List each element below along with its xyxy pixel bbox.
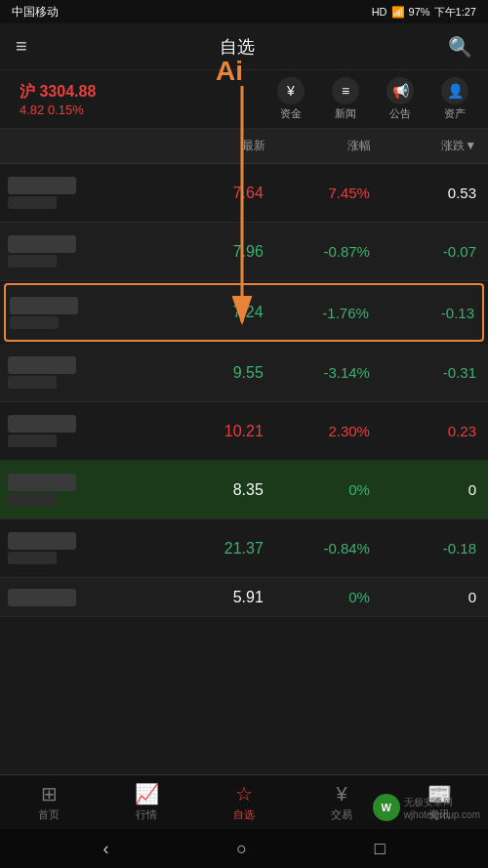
icon-buttons: ¥ 资金 ≡ 新闻 📢 公告 👤 资产 bbox=[277, 77, 468, 121]
stock-change-val: 0.53 bbox=[370, 185, 480, 201]
col-header-latest: 最新 bbox=[159, 138, 264, 154]
assets-label: 资产 bbox=[444, 106, 466, 121]
nav-watchlist[interactable]: ☆ 自选 bbox=[195, 776, 293, 828]
stock-name-placeholder bbox=[8, 415, 76, 433]
status-right: HD 📶 97% 下午1:27 bbox=[372, 5, 476, 20]
table-row[interactable]: 7.64 7.45% 0.53 bbox=[0, 164, 488, 223]
stock-latest: 21.37 bbox=[157, 540, 264, 558]
nav-home-label: 首页 bbox=[38, 807, 60, 822]
announce-label: 公告 bbox=[389, 106, 411, 121]
stock-name-placeholder bbox=[8, 235, 76, 253]
news-button[interactable]: ≡ 新闻 bbox=[332, 77, 359, 121]
stock-name-col bbox=[8, 589, 157, 606]
stock-name-col bbox=[8, 356, 157, 389]
stock-code-placeholder bbox=[10, 316, 59, 329]
stock-name-placeholder bbox=[8, 589, 76, 606]
nav-watchlist-label: 自选 bbox=[233, 807, 255, 822]
stock-change-pct: 0% bbox=[264, 589, 370, 605]
trade-icon: ¥ bbox=[336, 783, 346, 806]
stock-change-pct: -1.76% bbox=[264, 305, 369, 321]
app-header: ≡ 自选 🔍 bbox=[0, 23, 488, 70]
stock-code-placeholder bbox=[8, 552, 57, 564]
table-row-highlighted[interactable]: 7.24 -1.76% -0.13 bbox=[4, 283, 484, 342]
funds-label: 资金 bbox=[280, 106, 302, 121]
table-row[interactable]: 8.35 0% 0 bbox=[0, 461, 488, 519]
stock-latest: 9.55 bbox=[157, 364, 264, 382]
nav-market-label: 行情 bbox=[136, 807, 157, 822]
stock-name-col bbox=[10, 297, 157, 329]
stock-code-placeholder bbox=[8, 434, 57, 447]
search-icon[interactable]: 🔍 bbox=[448, 35, 472, 59]
stock-name-col bbox=[8, 532, 157, 564]
table-row[interactable]: 10.21 2.30% 0.23 bbox=[0, 402, 488, 461]
nav-home[interactable]: ⊞ 首页 bbox=[0, 776, 98, 828]
stock-change-val: -0.07 bbox=[370, 243, 480, 260]
stock-latest: 10.21 bbox=[157, 423, 264, 440]
table-row[interactable]: 9.55 -3.14% -0.31 bbox=[0, 344, 488, 402]
stock-change-pct: 2.30% bbox=[264, 423, 370, 439]
table-row[interactable]: 7.96 -0.87% -0.07 bbox=[0, 223, 488, 281]
stock-code-placeholder bbox=[8, 376, 57, 389]
stock-table: 7.64 7.45% 0.53 7.96 -0.87% -0.07 7.24 -… bbox=[0, 164, 488, 617]
assets-icon: 👤 bbox=[441, 77, 468, 104]
stock-name-col bbox=[8, 415, 157, 447]
menu-icon[interactable]: ≡ bbox=[16, 35, 27, 58]
status-bar: 中国移动 HD 📶 97% 下午1:27 bbox=[0, 0, 488, 23]
announce-button[interactable]: 📢 公告 bbox=[386, 77, 414, 121]
stock-change-pct: 7.45% bbox=[264, 185, 370, 201]
system-nav-bar: ‹ ○ □ bbox=[0, 829, 488, 868]
watermark-text-1: 无极安卓网 bbox=[404, 796, 480, 809]
market-change: 4.82 0.15% bbox=[20, 103, 277, 117]
stock-latest: 7.96 bbox=[157, 243, 264, 261]
hd-label: HD bbox=[372, 6, 387, 18]
news-label: 新闻 bbox=[335, 106, 356, 121]
home-button[interactable]: ○ bbox=[236, 839, 247, 859]
assets-button[interactable]: 👤 资产 bbox=[441, 77, 468, 121]
recents-button[interactable]: □ bbox=[375, 839, 386, 859]
table-row[interactable]: 21.37 -0.84% -0.18 bbox=[0, 519, 488, 578]
market-info: 沪 3304.88 4.82 0.15% bbox=[20, 82, 277, 117]
stock-code-placeholder bbox=[8, 196, 57, 209]
quick-icons-row: 沪 3304.88 4.82 0.15% ¥ 资金 ≡ 新闻 📢 公告 👤 资产 bbox=[0, 70, 488, 129]
stock-name-placeholder bbox=[10, 297, 78, 314]
nav-trade-label: 交易 bbox=[331, 807, 352, 822]
stock-name-col bbox=[8, 177, 157, 209]
stock-name-placeholder bbox=[8, 532, 76, 550]
funds-button[interactable]: ¥ 资金 bbox=[277, 77, 305, 121]
stock-change-val: 0 bbox=[370, 589, 480, 605]
stock-latest: 7.24 bbox=[157, 304, 263, 321]
stock-name-col bbox=[8, 235, 157, 268]
carrier-label: 中国移动 bbox=[12, 4, 59, 21]
stock-change-pct: -0.84% bbox=[264, 540, 370, 557]
watermark: W 无极安卓网 wjhotelgroup.com bbox=[373, 794, 480, 821]
watchlist-icon: ☆ bbox=[235, 782, 253, 806]
time-label: 下午1:27 bbox=[434, 5, 476, 20]
stock-change-pct: -3.14% bbox=[264, 364, 370, 381]
stock-change-val: 0.23 bbox=[370, 423, 480, 439]
stock-change-val: 0 bbox=[370, 481, 480, 498]
stock-change-val: -0.31 bbox=[370, 364, 480, 381]
market-index: 沪 3304.88 bbox=[20, 82, 277, 103]
stock-name-col bbox=[8, 474, 157, 506]
back-button[interactable]: ‹ bbox=[102, 839, 108, 859]
stock-change-pct: 0% bbox=[264, 481, 370, 498]
news-icon: ≡ bbox=[332, 77, 359, 104]
table-header: 最新 涨幅 涨跌▼ bbox=[0, 129, 488, 164]
stock-name-placeholder bbox=[8, 474, 76, 491]
market-icon: 📈 bbox=[135, 782, 159, 806]
col-header-val: 涨跌▼ bbox=[371, 138, 480, 154]
funds-icon: ¥ bbox=[277, 77, 305, 104]
stock-change-val: -0.13 bbox=[369, 305, 478, 321]
stock-change-val: -0.18 bbox=[370, 540, 480, 557]
announce-icon: 📢 bbox=[386, 77, 414, 104]
nav-market[interactable]: 📈 行情 bbox=[98, 776, 195, 828]
stock-change-pct: -0.87% bbox=[264, 243, 370, 260]
page-title: 自选 bbox=[220, 35, 255, 59]
table-row[interactable]: 5.91 0% 0 bbox=[0, 578, 488, 617]
home-icon: ⊞ bbox=[41, 782, 58, 806]
signal-icon: 📶 bbox=[391, 6, 405, 19]
stock-name-placeholder bbox=[8, 177, 76, 194]
col-header-pct: 涨幅 bbox=[265, 138, 371, 154]
stock-code-placeholder bbox=[8, 255, 57, 268]
stock-code-placeholder bbox=[8, 493, 57, 506]
